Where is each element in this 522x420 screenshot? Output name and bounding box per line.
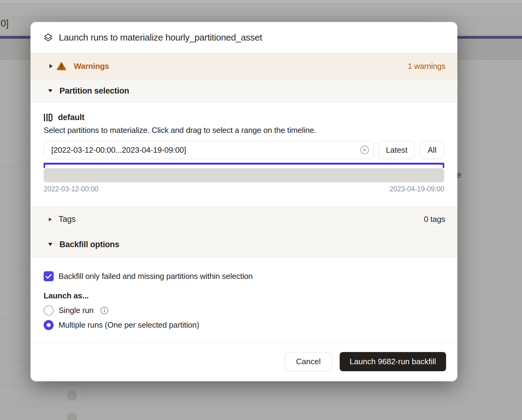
partition-selection-description: Select partitions to materialize. Click … xyxy=(44,125,444,136)
layers-icon xyxy=(44,33,53,42)
table-row-divider xyxy=(457,230,522,230)
multiple-runs-radio[interactable] xyxy=(44,320,54,330)
tags-label: Tags xyxy=(59,215,76,224)
partition-selection-section-header[interactable]: Partition selection xyxy=(30,79,457,103)
timeline-date-labels: 2022-03-12-00:00 2023-04-19-09:00 xyxy=(44,185,444,194)
table-column-divider xyxy=(83,381,83,420)
partition-range-input-wrap xyxy=(44,141,374,159)
backfill-options-label: Backfill options xyxy=(59,240,119,249)
table-row-divider xyxy=(457,350,522,350)
table-row-divider xyxy=(457,260,522,260)
timeline-start-date: 2022-03-12-00:00 xyxy=(44,185,98,194)
warnings-section-header[interactable]: Warnings 1 warnings xyxy=(30,53,457,79)
circle-x-icon xyxy=(360,145,369,155)
tags-count: 0 tags xyxy=(424,215,445,224)
chevron-right-icon xyxy=(49,64,53,69)
dialog-footer: Cancel Launch 9682-run backfill xyxy=(30,343,457,381)
row-status-dot xyxy=(67,390,77,401)
timeline-end-date: 2023-04-19-09:00 xyxy=(389,185,444,194)
row-status-dot xyxy=(67,412,77,420)
all-button[interactable]: All xyxy=(420,141,444,159)
table-row-divider xyxy=(457,320,522,320)
partition-dimension-name: default xyxy=(58,113,84,122)
dialog-title: Launch runs to materialize hourly_partit… xyxy=(59,32,262,43)
multiple-runs-option: Multiple runs (One per selected partitio… xyxy=(44,320,444,330)
backfill-only-failed-label: Backfill only failed and missing partiti… xyxy=(59,272,253,281)
single-run-option: Single run xyxy=(44,305,444,315)
warnings-count: 1 warnings xyxy=(408,62,445,71)
range-end-tick xyxy=(443,165,444,168)
partition-dimension-row: default xyxy=(44,112,444,123)
chevron-down-icon xyxy=(48,89,53,93)
cancel-button[interactable]: Cancel xyxy=(285,352,332,371)
partition-timeline[interactable] xyxy=(44,168,444,182)
range-start-tick xyxy=(44,165,45,168)
chevron-down-icon xyxy=(48,243,53,246)
launch-as-label: Launch as... xyxy=(44,290,444,301)
partition-selection-label: Partition selection xyxy=(59,86,129,96)
background-toolbar-strip xyxy=(0,0,522,4)
backfill-only-failed-row: Backfill only failed and missing partiti… xyxy=(44,271,444,281)
chevron-right-icon xyxy=(49,217,52,222)
table-row-divider xyxy=(0,406,83,406)
single-run-label: Single run xyxy=(59,306,94,315)
selected-range-indicator xyxy=(44,163,444,165)
truncated-cell-text: 0] xyxy=(1,18,9,29)
table-row-divider xyxy=(457,290,522,290)
multiple-runs-label: Multiple runs (One per selected partitio… xyxy=(59,320,199,330)
warning-triangle-icon xyxy=(57,62,66,70)
partition-range-row: Latest All xyxy=(44,141,444,159)
table-row-divider xyxy=(457,200,522,200)
backfill-options-body: Backfill only failed and missing partiti… xyxy=(30,258,457,343)
launch-backfill-dialog: Launch runs to materialize hourly_partit… xyxy=(30,22,457,381)
warnings-label: Warnings xyxy=(74,62,109,71)
tags-section-header[interactable]: Tags 0 tags xyxy=(30,207,457,232)
background-header-strip xyxy=(0,4,522,17)
partition-range-input[interactable] xyxy=(44,141,374,159)
table-row-divider xyxy=(0,385,83,385)
info-circle-icon[interactable] xyxy=(100,306,109,315)
dialog-header: Launch runs to materialize hourly_partit… xyxy=(30,22,457,53)
single-run-radio[interactable] xyxy=(44,305,54,315)
latest-button[interactable]: Latest xyxy=(379,141,415,159)
backfill-only-failed-checkbox[interactable] xyxy=(44,271,54,281)
table-row-divider xyxy=(457,154,522,154)
launch-backfill-button[interactable]: Launch 9682-run backfill xyxy=(340,352,446,371)
backfill-options-section-header[interactable]: Backfill options xyxy=(30,232,457,258)
partition-selection-body: default Select partitions to materialize… xyxy=(30,103,457,207)
partition-bars-icon xyxy=(44,113,53,122)
clear-selection-button[interactable] xyxy=(360,145,369,155)
